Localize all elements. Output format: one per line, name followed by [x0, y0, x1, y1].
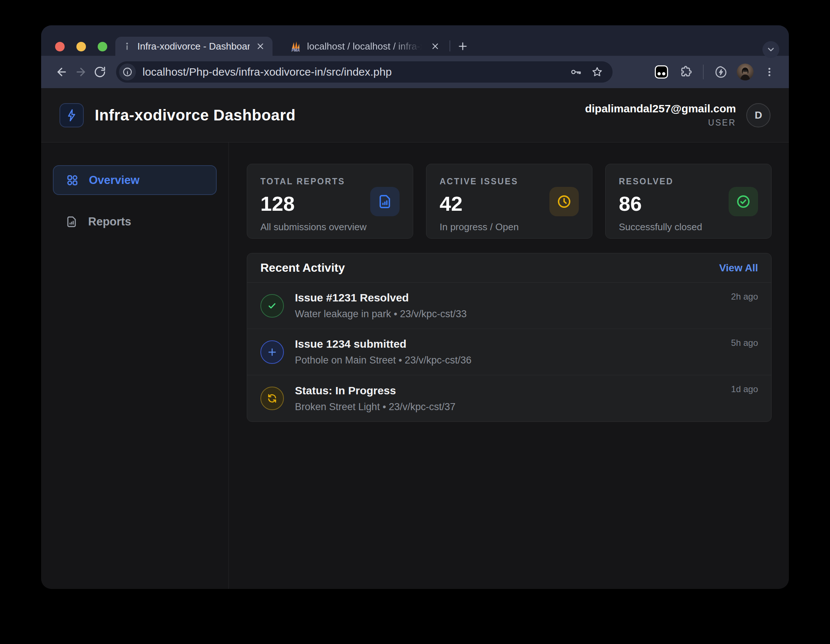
sidebar-item-label: Overview	[89, 174, 139, 187]
menu-dots-icon[interactable]	[761, 63, 778, 81]
tab-separator	[450, 40, 450, 51]
view-all-link[interactable]: View All	[719, 262, 758, 274]
panel-header: Recent Activity View All	[247, 253, 771, 283]
refresh-icon	[260, 387, 284, 410]
activity-time: 1d ago	[731, 383, 758, 394]
activity-detail: Pothole on Main Street • 23/v/kpc-cst/36	[295, 355, 472, 366]
tab-phpmyadmin[interactable]: PMA localhost / localhost / infra-xo	[283, 37, 447, 56]
page-title: Infra-xodivorce Dashboard	[95, 106, 296, 124]
grid-icon	[66, 174, 79, 187]
performance-leaf-icon[interactable]	[713, 63, 729, 81]
phpmyadmin-favicon-icon: PMA	[290, 41, 301, 52]
tab-title: localhost / localhost / infra-xo	[307, 41, 425, 52]
sidebar: Overview Reports	[41, 142, 229, 589]
window-controls	[55, 42, 107, 51]
activity-title: Status: In Progress	[295, 385, 455, 397]
password-key-icon[interactable]	[568, 64, 584, 80]
report-document-icon	[370, 187, 399, 216]
address-bar[interactable]: localhost/Php-devs/infra-xodivorce-in/sr…	[116, 61, 613, 82]
user-role-badge: USER	[585, 118, 736, 128]
info-favicon-icon	[123, 42, 131, 51]
stat-card-active-issues: ACTIVE ISSUES 42 In progress / Open	[426, 164, 592, 239]
activity-text: Status: In Progress Broken Street Light …	[295, 385, 455, 413]
minimize-window-button[interactable]	[76, 42, 86, 51]
stat-subtitle: Successfully closed	[619, 222, 758, 233]
bookmark-star-icon[interactable]	[589, 64, 605, 80]
stat-label: ACTIVE ISSUES	[440, 177, 579, 187]
stat-subtitle: All submissions overview	[260, 222, 399, 233]
activity-detail: Water leakage in park • 23/v/kpc-cst/33	[295, 309, 467, 320]
stat-card-total-reports: TOTAL REPORTS 128 All submissions overvi…	[247, 164, 413, 239]
activity-row[interactable]: Status: In Progress Broken Street Light …	[247, 375, 771, 421]
extension-app-icon[interactable]	[653, 63, 670, 81]
clock-icon	[550, 187, 579, 216]
toolbar-separator	[703, 65, 704, 79]
profile-avatar[interactable]	[737, 63, 754, 81]
stat-card-resolved: RESOLVED 86 Successfully closed	[605, 164, 771, 239]
app-logo-bolt-icon	[60, 103, 84, 127]
close-tab-icon[interactable]	[431, 41, 440, 51]
panel-title: Recent Activity	[260, 261, 345, 275]
close-window-button[interactable]	[55, 42, 65, 51]
tab-title: Infra-xodivorce - Dashboard	[137, 41, 250, 52]
stat-label: TOTAL REPORTS	[260, 177, 399, 187]
sidebar-item-reports[interactable]: Reports	[53, 207, 217, 236]
activity-time: 5h ago	[731, 336, 758, 348]
reload-button[interactable]	[90, 62, 109, 82]
user-block: dipalimandal257@gmail.com USER	[585, 103, 736, 128]
activity-text: Issue 1234 submitted Pothole on Main Str…	[295, 338, 472, 366]
forward-button[interactable]	[71, 62, 90, 82]
activity-row[interactable]: Issue 1234 submitted Pothole on Main Str…	[247, 329, 771, 375]
browser-toolbar: localhost/Php-devs/infra-xodivorce-in/sr…	[41, 56, 789, 88]
activity-text: Issue #1231 Resolved Water leakage in pa…	[295, 291, 467, 320]
tab-dashboard[interactable]: Infra-xodivorce - Dashboard	[115, 37, 272, 56]
recent-activity-panel: Recent Activity View All Issue #1231 Res…	[247, 253, 771, 422]
site-info-icon[interactable]	[119, 63, 136, 81]
activity-detail: Broken Street Light • 23/v/kpc-cst/37	[295, 401, 455, 413]
activity-row[interactable]: Issue #1231 Resolved Water leakage in pa…	[247, 283, 771, 329]
stat-cards: TOTAL REPORTS 128 All submissions overvi…	[247, 164, 771, 239]
svg-text:PMA: PMA	[291, 48, 300, 52]
report-document-icon	[65, 215, 78, 228]
main-panel: TOTAL REPORTS 128 All submissions overvi…	[229, 142, 789, 589]
close-tab-icon[interactable]	[256, 41, 265, 51]
sidebar-item-label: Reports	[88, 215, 131, 228]
extensions-puzzle-icon[interactable]	[677, 63, 694, 81]
sidebar-item-overview[interactable]: Overview	[53, 165, 217, 195]
check-circle-icon	[729, 187, 758, 216]
user-avatar[interactable]: D	[746, 103, 770, 127]
tab-strip: Infra-xodivorce - Dashboard PMA localhos…	[41, 25, 789, 56]
new-tab-button[interactable]	[453, 37, 472, 56]
check-icon	[260, 294, 284, 318]
activity-time: 2h ago	[731, 290, 758, 302]
plus-icon	[260, 340, 284, 364]
toolbar-right-icons	[653, 63, 778, 81]
stat-subtitle: In progress / Open	[440, 222, 579, 233]
user-email: dipalimandal257@gmail.com	[585, 103, 736, 115]
tab-search-button[interactable]	[762, 41, 779, 58]
browser-window: Infra-xodivorce - Dashboard PMA localhos…	[41, 25, 789, 589]
maximize-window-button[interactable]	[98, 42, 107, 51]
back-button[interactable]	[52, 62, 71, 82]
content-area: Overview Reports TOTAL REPORTS 128 All s…	[41, 142, 789, 589]
stat-label: RESOLVED	[619, 177, 758, 187]
url-text[interactable]: localhost/Php-devs/infra-xodivorce-in/sr…	[143, 66, 562, 78]
activity-title: Issue 1234 submitted	[295, 338, 472, 350]
activity-title: Issue #1231 Resolved	[295, 291, 467, 304]
app-header: Infra-xodivorce Dashboard dipalimandal25…	[41, 88, 789, 142]
